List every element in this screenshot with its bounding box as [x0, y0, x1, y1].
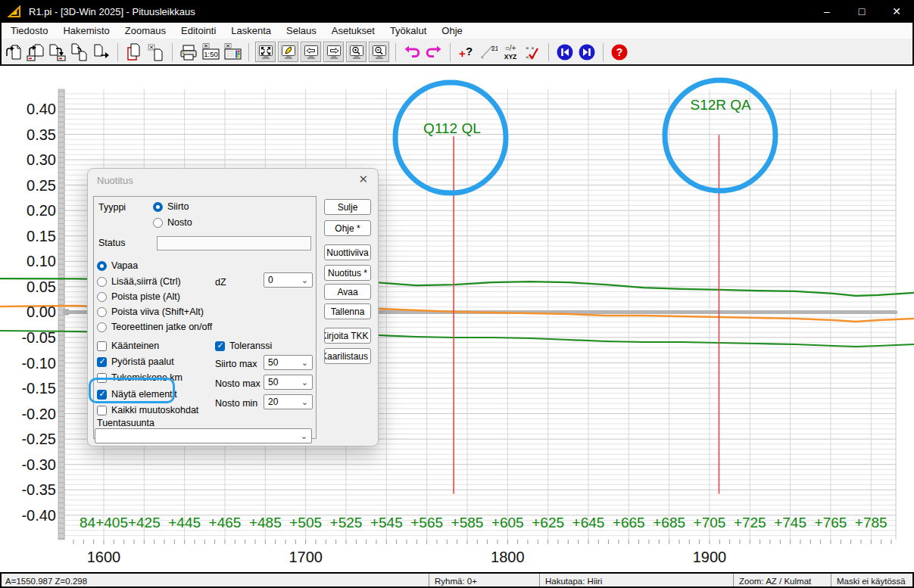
menu-editointi[interactable]: Editointi [173, 23, 223, 38]
chevron-down-icon: ⌄ [301, 276, 308, 284]
copy-file-icon[interactable] [124, 42, 144, 62]
tuentasuunta-combo[interactable]: ⌄ [95, 428, 312, 443]
radio-nosto[interactable]: Nosto [153, 216, 192, 229]
nuotitus-button[interactable]: Nuotitus * [324, 265, 371, 281]
radio-teoreettinen-jatke[interactable]: Teoreettinen jatke on/off [97, 321, 212, 333]
line-info-icon[interactable]: 21 [479, 42, 498, 62]
nosto-min-combo[interactable]: 20 ⌄ [264, 394, 313, 409]
nosto-max-combo[interactable]: 50 ⌄ [264, 375, 313, 390]
sulje-button[interactable]: Sulje [324, 199, 371, 215]
toolbar-separator [603, 43, 604, 61]
menu-tiedosto[interactable]: Tiedosto [3, 23, 55, 38]
minimize-button[interactable]: – [809, 0, 844, 23]
pan-right-button[interactable] [323, 42, 344, 62]
nuottiviiva-button[interactable]: Nuottiviiva [324, 244, 371, 260]
checkbox-nayta-elementit[interactable]: Näytä elementit [97, 388, 177, 400]
checkbox-indicator [97, 341, 107, 351]
checkbox-kaikki-muutoskohdat[interactable]: Kaikki muutoskohdat [97, 404, 198, 416]
svg-text:○/+: ○/+ [505, 44, 516, 52]
ohje-button[interactable]: Ohje * [324, 220, 371, 236]
dz-combo[interactable]: 0 ⌄ [264, 272, 313, 288]
radio-indicator [153, 218, 163, 228]
menu-asetukset[interactable]: Asetukset [324, 23, 382, 38]
station-label: 84+405 [80, 515, 128, 530]
toolbar-separator [450, 43, 451, 61]
radio-poista-viiva[interactable]: Poista viiva (Shift+Alt) [97, 306, 204, 318]
siirto-max-combo[interactable]: 50 ⌄ [264, 355, 313, 370]
dialog-close-icon[interactable]: ✕ [358, 173, 368, 186]
zoom-out-button[interactable] [369, 42, 389, 62]
menu-hakemisto[interactable]: Hakemisto [55, 23, 117, 38]
radio-siirto[interactable]: Siirto [153, 201, 189, 213]
point-info-icon[interactable]: + ? [457, 42, 476, 62]
status-search-mode: Hakutapa: Hiiri [539, 574, 733, 588]
checkbox-toleranssi[interactable]: Toleranssi [215, 340, 272, 352]
open-file-format-icon[interactable] [26, 42, 45, 62]
status-field[interactable] [157, 236, 311, 250]
radio-poista-piste[interactable]: Poista piste (Alt) [97, 291, 180, 303]
save-file-icon[interactable] [48, 42, 67, 62]
chevron-down-icon: ⌄ [301, 432, 307, 440]
station-label: +425 [128, 515, 161, 530]
station-label: +645 [572, 515, 605, 530]
maximize-button[interactable]: □ [844, 0, 879, 23]
station-label: +705 [694, 515, 726, 530]
help-button[interactable]: ? [610, 42, 629, 62]
station-label: +465 [209, 515, 242, 530]
checkbox-tukemiskone-km[interactable]: Tukemiskone km [97, 372, 182, 384]
zoom-extents-button[interactable] [255, 42, 276, 62]
chevron-down-icon: ⌄ [301, 378, 308, 386]
nuotitus-dialog: Nuotitus ✕ Tyyppi Siirto Nosto Status Va… [87, 168, 379, 446]
menu-zoomaus[interactable]: Zoomaus [117, 23, 173, 38]
y-tick-label: -0.20 [21, 406, 56, 422]
approve-points-icon[interactable]: × × ×.× [523, 42, 542, 62]
menu-ohje[interactable]: Ohje [434, 23, 469, 38]
menu-laskenta[interactable]: Laskenta [223, 23, 279, 38]
close-file-icon[interactable] [146, 42, 166, 62]
page-setup-icon[interactable] [223, 42, 242, 62]
checkbox-pyorista-paalut[interactable]: Pyöristä paalut [97, 356, 174, 368]
menu-tyokalut[interactable]: Työkalut [382, 23, 434, 38]
print-icon[interactable] [179, 42, 198, 62]
secondary-axis-label: 1900 [693, 549, 727, 565]
secondary-axis-label: 1800 [491, 549, 525, 565]
convert-file-icon[interactable] [70, 42, 89, 62]
tallenna-button[interactable]: Tallenna [324, 303, 371, 319]
kirjoita-tkk-button[interactable]: Kirjoita TKK * [324, 328, 371, 344]
y-tick-label: -0.05 [21, 329, 56, 346]
radio-vapaa[interactable]: Vapaa [97, 260, 138, 272]
station-label: +665 [613, 515, 645, 530]
checkbox-kaanteinen[interactable]: Käänteinen [97, 340, 159, 352]
avaa-button[interactable]: Avaa [324, 284, 371, 300]
radio-indicator [97, 261, 107, 271]
profile-view-canvas[interactable]: Q112 QLS12R QA0.400.350.300.250.200.150.… [0, 64, 914, 572]
scale-icon[interactable]: 1:50 [201, 42, 220, 62]
previous-element-button[interactable] [555, 42, 575, 62]
export-file-icon[interactable] [92, 42, 111, 62]
station-label: +765 [815, 515, 847, 530]
menu-selaus[interactable]: Selaus [279, 23, 324, 38]
y-tick-label: -0.30 [21, 456, 56, 473]
pen-button[interactable] [278, 42, 298, 62]
kaarilistaus-button[interactable]: Kaarilistaus * [324, 348, 371, 364]
chevron-down-icon: ⌄ [301, 359, 308, 366]
pan-left-button[interactable] [301, 42, 321, 62]
coordinate-calc-icon[interactable]: ○/+ XYZ [501, 42, 520, 62]
status-label: Status [98, 238, 125, 248]
checkbox-indicator [97, 373, 107, 383]
y-tick-label: -0.40 [21, 507, 56, 524]
close-button[interactable]: ✕ [879, 0, 914, 23]
undo-button[interactable] [402, 42, 422, 62]
zoom-in-button[interactable] [346, 42, 367, 62]
toolbar-separator [548, 43, 549, 61]
event-label: S12R QA [690, 97, 751, 113]
redo-button[interactable] [424, 42, 444, 62]
svg-text:?: ? [616, 46, 623, 58]
next-element-button[interactable] [577, 42, 597, 62]
y-tick-label: 0.15 [27, 228, 56, 244]
station-label: +725 [734, 515, 766, 530]
dz-label: dZ [215, 277, 226, 288]
radio-lisaa-siirra[interactable]: Lisää,siirrä (Ctrl) [97, 275, 181, 288]
open-file-icon[interactable] [4, 42, 23, 62]
checkbox-indicator [97, 406, 107, 415]
